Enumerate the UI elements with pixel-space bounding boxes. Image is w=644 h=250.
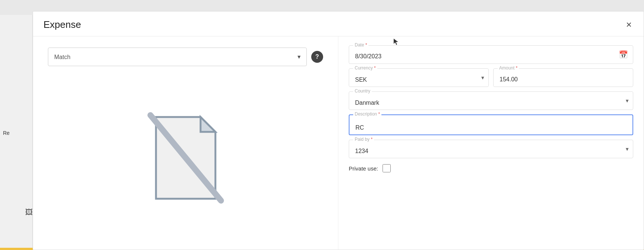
date-field-wrapper: Date * 📅 <box>349 45 633 64</box>
modal-body: Match ▼ ? <box>33 36 644 250</box>
no-receipt-icon <box>145 110 227 206</box>
amount-required-marker: * <box>516 65 518 71</box>
private-use-label: Private use: <box>349 165 378 172</box>
paid-by-required-marker: * <box>371 137 373 142</box>
description-input[interactable] <box>349 114 633 135</box>
description-wrapper: Description * <box>349 114 633 135</box>
currency-amount-row: Currency * SEK EUR USD DKK ▼ Amount * <box>349 68 633 87</box>
amount-input[interactable] <box>493 68 633 87</box>
country-label: Country <box>353 88 372 94</box>
currency-wrapper: Currency * SEK EUR USD DKK ▼ <box>349 68 489 87</box>
country-wrapper: Country Danmark Sweden Norway Finland ▼ <box>349 91 633 110</box>
country-select[interactable]: Danmark Sweden Norway Finland <box>349 91 633 110</box>
match-select-wrapper: Match ▼ <box>48 48 307 66</box>
amount-wrapper: Amount * <box>493 68 633 87</box>
match-row: Match ▼ ? <box>48 48 323 66</box>
date-label: Date * <box>353 42 368 48</box>
calendar-icon[interactable]: 📅 <box>619 50 628 59</box>
amount-label: Amount * <box>498 65 519 71</box>
description-label: Description * <box>353 111 381 117</box>
no-receipt-area <box>48 77 323 238</box>
sidebar-re-label: Re <box>3 130 10 136</box>
description-required-marker: * <box>378 111 380 117</box>
help-icon[interactable]: ? <box>311 51 323 63</box>
currency-label: Currency * <box>353 65 377 71</box>
currency-required-marker: * <box>374 65 376 71</box>
currency-select[interactable]: SEK EUR USD DKK <box>349 68 489 87</box>
date-input[interactable] <box>349 45 633 64</box>
paid-by-select[interactable]: 1234 5678 <box>349 140 633 158</box>
modal-header: Expense × <box>33 12 644 36</box>
right-panel: Date * 📅 Currency * SEK EUR USD <box>338 36 644 250</box>
private-use-row: Private use: <box>349 164 633 172</box>
private-use-checkbox[interactable] <box>383 164 391 172</box>
expense-modal: Expense × Match ▼ ? <box>33 11 644 250</box>
left-panel: Match ▼ ? <box>33 36 338 250</box>
paid-by-label: Paid by * <box>353 137 374 142</box>
match-select[interactable]: Match <box>48 48 307 66</box>
date-required-marker: * <box>365 42 367 48</box>
sidebar-image-icon: 🖼 <box>25 208 33 217</box>
modal-close-button[interactable]: × <box>625 18 633 31</box>
paid-by-wrapper: Paid by * 1234 5678 ▼ <box>349 140 633 158</box>
sidebar-strip: Re 🖼 <box>0 15 33 250</box>
modal-title: Expense <box>43 19 81 30</box>
